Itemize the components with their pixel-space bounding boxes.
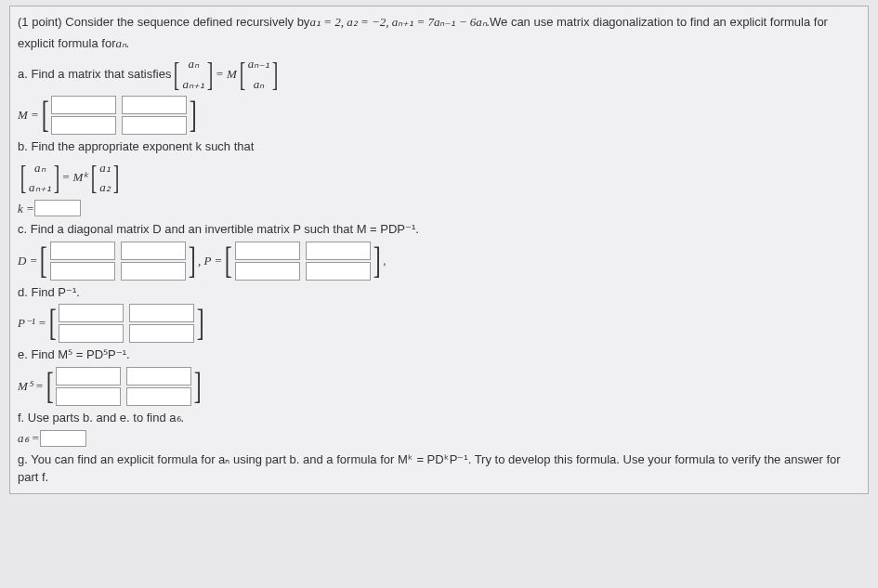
Pinv-input-22[interactable] <box>129 324 194 343</box>
part-a-line: a. Find a matrix that satisfies [ aₙ aₙ₊… <box>18 55 860 93</box>
M-label: M = <box>18 106 39 124</box>
part-d-label: d. Find P⁻¹. <box>18 283 860 302</box>
D-input-12[interactable] <box>121 242 186 260</box>
M-input-11[interactable] <box>51 96 116 114</box>
M5-input-21[interactable] <box>56 387 121 406</box>
intro-text-2: We can use matrix diagonalization to fin… <box>490 13 828 32</box>
vec-a-top: aₙ <box>182 55 204 73</box>
part-b-label: b. Find the appropriate exponent k such … <box>18 137 860 156</box>
comma-period: , <box>383 252 387 270</box>
P-label: , P = <box>198 252 222 270</box>
problem-container: (1 point) Consider the sequence defined … <box>9 6 869 494</box>
vec-b-rtop: a₁ <box>99 159 111 177</box>
Pinv-input-11[interactable] <box>59 304 124 322</box>
eq-M: = M <box>216 65 237 84</box>
a6-input[interactable] <box>40 430 86 447</box>
M-input-21[interactable] <box>51 116 116 135</box>
a6-row: a₆ = <box>18 429 860 448</box>
M-input-22[interactable] <box>122 116 187 135</box>
intro-text-1: Consider the sequence defined recursivel… <box>65 13 309 32</box>
eq-Mk: = Mᵏ <box>62 168 89 187</box>
M5-input-12[interactable] <box>126 367 191 385</box>
intro-line2: explicit formula for aₙ. <box>18 34 860 53</box>
D-input-21[interactable] <box>50 262 115 281</box>
k-row: k = <box>18 200 860 218</box>
P-input-11[interactable] <box>235 242 300 260</box>
M5-label: M⁵ = <box>18 377 44 396</box>
an-var: aₙ. <box>115 34 129 53</box>
part-a-label: a. Find a matrix that satisfies <box>18 65 171 84</box>
vec-b-bot: aₙ₊₁ <box>29 178 51 197</box>
M5-input-11[interactable] <box>56 367 121 385</box>
M5-input-22[interactable] <box>126 387 191 406</box>
D-input-11[interactable] <box>50 242 115 260</box>
vec-a-bot: aₙ₊₁ <box>182 75 204 94</box>
part-e-label: e. Find M⁵ = PD⁵P⁻¹. <box>18 346 860 364</box>
vec-a-rbot: aₙ <box>248 75 270 94</box>
M-input-12[interactable] <box>122 96 187 114</box>
k-label: k = <box>18 200 34 218</box>
Pinv-input-12[interactable] <box>129 304 194 322</box>
part-g-label: g. You can find an explicit formula for … <box>18 451 860 487</box>
a6-label: a₆ = <box>18 429 40 448</box>
DP-row: D = [ ] , P = [ <box>18 242 860 281</box>
Pinv-row: P⁻¹ = [ ] <box>18 304 860 343</box>
P-input-22[interactable] <box>306 262 371 281</box>
P-input-12[interactable] <box>306 242 371 260</box>
D-label: D = <box>18 252 37 270</box>
M-matrix-row: M = [ ] <box>18 96 860 135</box>
M5-row: M⁵ = [ ] <box>18 367 860 406</box>
problem-intro: (1 point) Consider the sequence defined … <box>18 13 860 32</box>
D-input-22[interactable] <box>121 262 186 281</box>
Pinv-input-21[interactable] <box>59 324 124 343</box>
recurrence-eq: a₁ = 2, a₂ = −2, aₙ₊₁ = 7aₙ₋₁ − 6aₙ. <box>309 13 490 32</box>
points-label: (1 point) <box>18 13 62 32</box>
explicit-text: explicit formula for <box>18 34 115 53</box>
k-input[interactable] <box>34 200 81 216</box>
vec-b-top: aₙ <box>29 159 51 177</box>
part-b-eq: [ aₙ aₙ₊₁ ] = Mᵏ [ a₁ a₂ ] <box>18 159 860 197</box>
vec-b-rbot: a₂ <box>99 178 111 197</box>
P-input-21[interactable] <box>235 262 300 281</box>
vec-a-rtop: aₙ₋₁ <box>248 55 270 73</box>
Pinv-label: P⁻¹ = <box>18 314 46 333</box>
part-f-label: f. Use parts b. and e. to find a₆. <box>18 409 860 427</box>
part-c-label: c. Find a diagonal matrix D and an inver… <box>18 220 860 239</box>
